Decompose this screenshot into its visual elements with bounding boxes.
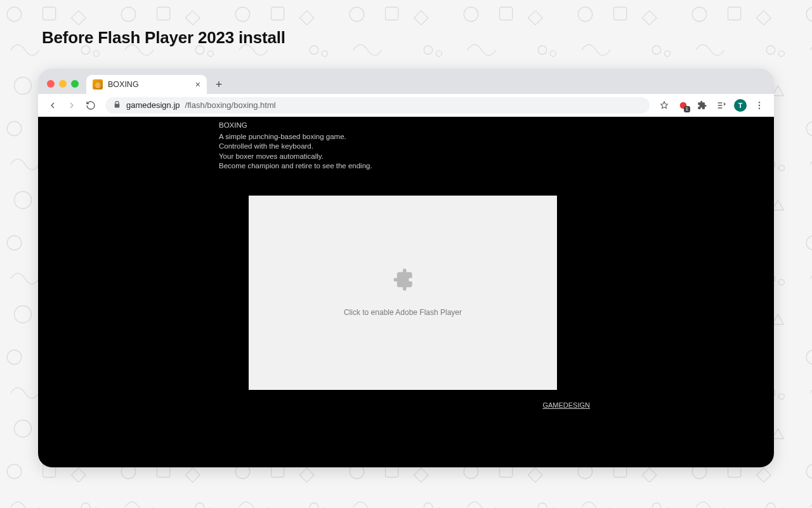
kebab-menu-icon[interactable] — [751, 97, 768, 114]
game-desc-line: Your boxer moves automatically. — [219, 152, 372, 162]
plugin-puzzle-icon — [389, 269, 417, 299]
favicon-icon: ◎ — [93, 79, 103, 90]
page-heading: Before Flash Player 2023 install — [42, 28, 285, 48]
tab-title: BOXING — [108, 80, 139, 89]
forward-button[interactable] — [63, 97, 80, 114]
svg-point-3 — [759, 107, 760, 109]
game-desc-line: Controlled with the keyboard. — [219, 142, 372, 152]
browser-tab[interactable]: ◎ BOXING × — [86, 75, 207, 94]
game-description: BOXING A simple punching-based boxing ga… — [219, 121, 372, 171]
gamedesign-link[interactable]: GAMEDESIGN — [542, 401, 590, 409]
close-window-icon[interactable] — [47, 80, 55, 88]
extension-notification-icon[interactable]: 1 — [675, 97, 691, 114]
media-control-icon[interactable] — [713, 97, 730, 114]
svg-point-2 — [759, 104, 760, 105]
address-bar[interactable]: gamedesign.jp/flash/boxing/boxing.html — [105, 97, 650, 114]
maximize-window-icon[interactable] — [71, 80, 79, 88]
tab-strip: ◎ BOXING × + — [38, 69, 774, 94]
avatar-letter: T — [734, 99, 747, 112]
browser-window: ◎ BOXING × + gamedesign.jp/flash/boxing/… — [38, 69, 774, 467]
lock-icon — [113, 100, 121, 110]
url-path: /flash/boxing/boxing.html — [185, 100, 276, 110]
new-tab-button[interactable]: + — [211, 76, 227, 93]
extensions-icon[interactable] — [694, 97, 710, 114]
window-controls — [44, 80, 82, 94]
svg-point-1 — [759, 102, 760, 103]
flash-placeholder[interactable]: Click to enable Adobe Flash Player — [249, 196, 557, 390]
bookmark-star-icon[interactable] — [656, 97, 672, 114]
profile-avatar[interactable]: T — [732, 97, 749, 114]
game-desc-line: Become champion and retire to see the en… — [219, 161, 372, 171]
flash-enable-message: Click to enable Adobe Flash Player — [344, 308, 462, 317]
page-viewport: BOXING A simple punching-based boxing ga… — [38, 117, 774, 467]
extension-badge: 1 — [684, 106, 690, 112]
game-desc-line: A simple punching-based boxing game. — [219, 132, 372, 142]
browser-toolbar: gamedesign.jp/flash/boxing/boxing.html 1… — [38, 94, 774, 117]
game-title: BOXING — [219, 121, 372, 131]
tab-close-icon[interactable]: × — [195, 80, 200, 89]
url-host: gamedesign.jp — [126, 100, 180, 110]
back-button[interactable] — [44, 97, 61, 114]
reload-button[interactable] — [82, 97, 99, 114]
minimize-window-icon[interactable] — [59, 80, 67, 88]
